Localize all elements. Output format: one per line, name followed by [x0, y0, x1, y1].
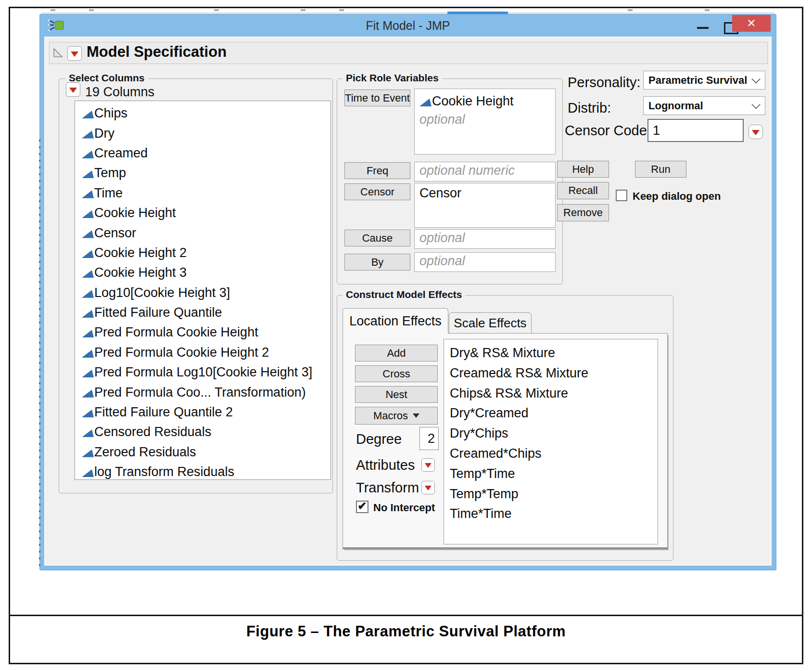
- column-list-item[interactable]: Cookie Height 3: [75, 263, 330, 283]
- model-effects-listbox[interactable]: Dry& RS& Mixture Creamed& RS& Mixture Ch…: [444, 339, 658, 544]
- model-effect-item[interactable]: Dry& RS& Mixture: [450, 343, 658, 363]
- column-list-item[interactable]: Pred Formula Cookie Height 2: [75, 343, 330, 362]
- minimize-button[interactable]: [690, 19, 715, 35]
- no-intercept-checkbox[interactable]: ✔: [356, 501, 368, 513]
- column-name: Pred Formula Log10[Cookie Height 3]: [94, 365, 312, 380]
- close-button[interactable]: ✕: [732, 15, 771, 32]
- distrib-value: Lognormal: [644, 100, 752, 112]
- censor-box[interactable]: Censor: [414, 183, 556, 228]
- cause-placeholder: optional: [419, 231, 465, 245]
- nest-button[interactable]: Nest: [355, 386, 438, 403]
- column-list-item[interactable]: log Transform Residuals: [75, 462, 330, 480]
- column-name: Pred Formula Coo... Transformation): [94, 385, 306, 400]
- column-list-item[interactable]: Fitted Failure Quantile 2: [75, 402, 330, 422]
- transform-label: Transform: [356, 480, 419, 496]
- by-box[interactable]: optional: [414, 252, 556, 272]
- time-to-event-button[interactable]: Time to Event: [344, 90, 410, 106]
- column-list-item[interactable]: Cookie Height 2: [75, 243, 330, 263]
- personality-value: Parametric Survival: [644, 74, 752, 87]
- time-to-event-box[interactable]: Cookie Height optional: [414, 89, 556, 155]
- censor-code-label: Censor Code:: [565, 123, 651, 139]
- column-list-item[interactable]: Pred Formula Log10[Cookie Height 3]: [75, 362, 330, 382]
- column-name: Pred Formula Cookie Height: [94, 325, 258, 340]
- column-list-item[interactable]: Time: [75, 183, 330, 203]
- time-to-event-placeholder: optional: [419, 110, 550, 129]
- macros-button[interactable]: Macros: [355, 407, 438, 425]
- column-list-item[interactable]: Zeroed Residuals: [75, 442, 330, 462]
- column-list-item[interactable]: Dry: [75, 123, 330, 143]
- column-name: Creamed: [94, 146, 148, 161]
- column-list-item[interactable]: Fitted Failure Quantile: [75, 303, 330, 323]
- checkmark-icon: ✔: [357, 500, 367, 513]
- model-effect-item[interactable]: Creamed& RS& Mixture: [450, 363, 658, 384]
- attributes-red-triangle-menu[interactable]: [421, 458, 435, 472]
- help-button[interactable]: Help: [557, 161, 609, 178]
- model-effect-item[interactable]: Temp*Time: [450, 464, 658, 484]
- degree-input[interactable]: 2: [419, 427, 439, 450]
- freq-placeholder: optional numeric: [419, 163, 515, 178]
- continuous-variable-icon: [82, 270, 94, 278]
- model-spec-red-triangle-menu[interactable]: [67, 46, 82, 61]
- tab-location-effects[interactable]: Location Effects: [343, 308, 448, 334]
- continuous-variable-icon: [82, 130, 94, 139]
- transform-red-triangle-menu[interactable]: [421, 481, 435, 494]
- recall-button[interactable]: Recall: [557, 182, 609, 199]
- cross-button[interactable]: Cross: [355, 365, 438, 382]
- continuous-variable-icon: [82, 290, 94, 298]
- artifact-dash: [705, 9, 710, 11]
- cause-box[interactable]: optional: [414, 229, 556, 249]
- tab-scale-effects[interactable]: Scale Effects: [449, 312, 532, 334]
- column-name: Censored Residuals: [94, 425, 211, 439]
- column-name: log Transform Residuals: [94, 465, 234, 479]
- censor-button[interactable]: Censor: [344, 183, 410, 200]
- column-name: Fitted Failure Quantile: [94, 305, 222, 320]
- column-name: Chips: [94, 106, 127, 121]
- model-effect-item[interactable]: Creamed*Chips: [450, 444, 658, 464]
- window-title: Fit Model - JMP: [40, 19, 776, 33]
- column-name: Fitted Failure Quantile 2: [94, 405, 233, 420]
- freq-button[interactable]: Freq: [344, 162, 410, 179]
- columns-listbox[interactable]: Chips Dry Creamed Temp Time Cookie Heigh…: [75, 101, 331, 480]
- column-list-item[interactable]: Pred Formula Cookie Height: [75, 323, 330, 342]
- keep-dialog-open-checkbox[interactable]: [616, 190, 627, 201]
- titlebar[interactable]: Fit Model - JMP ✕: [40, 14, 776, 37]
- censor-code-red-triangle-menu[interactable]: [749, 125, 763, 139]
- model-effect-item[interactable]: Temp*Temp: [450, 484, 658, 504]
- column-name: Censor: [94, 226, 136, 241]
- column-list-item[interactable]: Chips: [75, 103, 330, 123]
- column-list-item[interactable]: Creamed: [75, 143, 330, 163]
- column-name: Cookie Height 2: [94, 245, 187, 260]
- by-button[interactable]: By: [344, 254, 410, 271]
- continuous-variable-icon: [82, 150, 94, 158]
- remove-button[interactable]: Remove: [557, 204, 609, 221]
- distrib-select[interactable]: Lognormal: [643, 96, 765, 115]
- column-list-item[interactable]: Pred Formula Coo... Transformation): [75, 382, 330, 402]
- column-list-item[interactable]: Censor: [75, 223, 330, 243]
- add-button[interactable]: Add: [355, 345, 438, 361]
- window-edge-artifact: [39, 140, 40, 568]
- column-list-item[interactable]: Temp: [75, 163, 330, 183]
- columns-count-label: 19 Columns: [85, 85, 154, 100]
- model-effect-item[interactable]: Chips& RS& Mixture: [450, 384, 658, 404]
- red-triangle-icon: [425, 486, 431, 490]
- outline-disclosure-icon[interactable]: [51, 46, 64, 59]
- macros-label: Macros: [373, 410, 408, 422]
- time-to-event-value: Cookie Height: [432, 94, 514, 108]
- column-list-item[interactable]: Log10[Cookie Height 3]: [75, 283, 330, 303]
- freq-box[interactable]: optional numeric: [414, 162, 556, 181]
- model-effect-item[interactable]: Dry*Chips: [450, 424, 658, 444]
- model-effect-item[interactable]: Dry*Creamed: [450, 403, 658, 424]
- attributes-label: Attributes: [356, 457, 415, 473]
- censor-code-input[interactable]: 1: [647, 119, 744, 142]
- column-name: Time: [94, 186, 123, 201]
- column-list-item[interactable]: Cookie Height: [75, 203, 330, 223]
- cause-button[interactable]: Cause: [344, 230, 410, 246]
- column-list-item[interactable]: Censored Residuals: [75, 422, 330, 442]
- model-effect-item[interactable]: Time*Time: [450, 504, 658, 524]
- continuous-variable-icon: [82, 369, 94, 377]
- artifact-dash: [339, 9, 344, 11]
- red-triangle-icon: [71, 52, 78, 57]
- run-button[interactable]: Run: [635, 161, 686, 178]
- personality-select[interactable]: Parametric Survival: [643, 71, 765, 90]
- columns-red-triangle-menu[interactable]: [66, 82, 80, 97]
